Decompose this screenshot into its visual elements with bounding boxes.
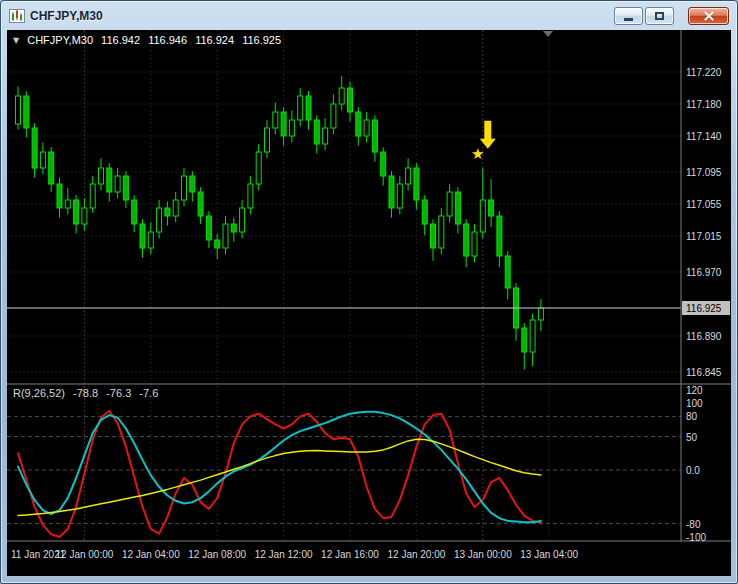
candle-body xyxy=(231,224,236,232)
indicator-value-1: -78.8 xyxy=(73,387,98,399)
candle-body xyxy=(215,240,220,248)
candle-body xyxy=(256,152,261,184)
candle-body xyxy=(306,96,311,120)
chart-window: CHFJPY,M30 ★117.220117.180117.140117.095… xyxy=(0,0,738,584)
ohlc-close: 116.925 xyxy=(242,34,281,46)
candle-body xyxy=(348,88,353,112)
time-axis[interactable]: 11 Jan 202112 Jan 00:0012 Jan 04:0012 Ja… xyxy=(11,549,579,560)
indicator-name: R(9,26,52) xyxy=(13,387,65,399)
candle-body xyxy=(439,216,444,248)
candle-body xyxy=(422,200,427,224)
minimize-button[interactable] xyxy=(614,7,643,25)
chart-client-area[interactable]: ★117.220117.180117.140117.095117.055117.… xyxy=(7,30,731,576)
price-axis-label: 116.925 xyxy=(686,303,722,314)
candle-body xyxy=(538,308,543,320)
price-axis-label: 116.890 xyxy=(686,331,722,342)
candle-body xyxy=(173,200,178,216)
maximize-button[interactable] xyxy=(645,7,674,25)
time-axis-label: 13 Jan 00:00 xyxy=(454,549,512,560)
ohlc-high: 116.946 xyxy=(148,34,187,46)
indicator-axis-label: -100 xyxy=(686,532,706,543)
candle-body xyxy=(389,176,394,208)
indicator-value-3: -7.6 xyxy=(139,387,158,399)
time-axis-label: 12 Jan 00:00 xyxy=(55,549,113,560)
time-axis-label: 12 Jan 16:00 xyxy=(321,549,379,560)
indicator-label: R(9,26,52) -78.8 -76.3 -7.6 xyxy=(13,387,163,399)
candle-body xyxy=(505,256,510,288)
candle-body xyxy=(32,128,37,168)
candle-body xyxy=(90,184,95,208)
candle-body xyxy=(198,192,203,216)
candle-body xyxy=(107,168,112,192)
candle-body xyxy=(289,120,294,136)
indicator-axis-label: -80 xyxy=(686,519,701,530)
price-axis-label: 117.140 xyxy=(686,131,722,142)
indicator-axis-label: 50 xyxy=(686,432,698,443)
price-axis-label: 116.970 xyxy=(686,267,722,278)
time-axis-label: 12 Jan 12:00 xyxy=(255,549,313,560)
candle-body xyxy=(123,176,128,200)
chart-symbol-period: CHFJPY,M30 xyxy=(27,34,93,46)
chart-shift-marker-icon xyxy=(543,31,553,37)
candle-body xyxy=(323,128,328,144)
candle-body xyxy=(273,112,278,128)
candle-body xyxy=(148,232,153,248)
candle-body xyxy=(472,232,477,256)
price-axis[interactable]: 117.220117.180117.140117.095117.055117.0… xyxy=(682,67,730,543)
close-icon xyxy=(703,10,715,22)
price-axis-label: 117.055 xyxy=(686,199,722,210)
indicator-lines xyxy=(18,411,541,537)
candle-body xyxy=(381,152,386,176)
window-icon xyxy=(9,9,25,23)
candle-body xyxy=(40,152,45,168)
window-title: CHFJPY,M30 xyxy=(30,9,103,23)
candle-body xyxy=(414,168,419,200)
candle-body xyxy=(265,128,270,152)
candle-body xyxy=(298,96,303,120)
candle-body xyxy=(190,176,195,192)
candle-body xyxy=(115,176,120,192)
candle-body xyxy=(281,112,286,136)
chart-svg[interactable]: ★117.220117.180117.140117.095117.055117.… xyxy=(7,30,731,576)
indicator-axis-label: 80 xyxy=(686,411,698,422)
indicator-axis-label: 120 xyxy=(686,385,703,396)
chart-ohlc-header: ▼ CHFJPY,M30 116.942 116.946 116.924 116… xyxy=(13,34,286,46)
candle-body xyxy=(24,96,29,128)
minimize-icon xyxy=(624,18,633,21)
candle-body xyxy=(406,168,411,184)
candle-body xyxy=(182,176,187,200)
candle-body xyxy=(364,120,369,136)
candle-body xyxy=(82,208,87,224)
candle-body xyxy=(157,208,162,232)
maximize-icon xyxy=(655,12,664,20)
close-button[interactable] xyxy=(688,7,729,25)
price-axis-label: 117.095 xyxy=(686,167,722,178)
candle-body xyxy=(99,168,104,184)
candle-body xyxy=(497,216,502,256)
indicator-value-2: -76.3 xyxy=(106,387,131,399)
titlebar[interactable]: CHFJPY,M30 xyxy=(3,3,735,29)
candle-body xyxy=(480,200,485,232)
time-axis-label: 12 Jan 04:00 xyxy=(122,549,180,560)
candle-body xyxy=(165,208,170,216)
candle-body xyxy=(49,152,54,184)
symbol-dropdown-icon[interactable]: ▼ xyxy=(13,36,19,45)
candle-body xyxy=(16,96,21,124)
candle-body xyxy=(140,224,145,248)
candle-body xyxy=(240,208,245,232)
price-axis-label: 116.845 xyxy=(686,367,722,378)
candle-body xyxy=(397,184,402,208)
candle-body xyxy=(132,200,137,224)
time-axis-label: 12 Jan 08:00 xyxy=(188,549,246,560)
price-axis-label: 117.180 xyxy=(686,99,722,110)
ohlc-open: 116.942 xyxy=(101,34,140,46)
indicator-axis-label: 0.0 xyxy=(686,465,700,476)
window-controls xyxy=(612,7,729,25)
candle-body xyxy=(74,200,79,224)
candle-body xyxy=(339,88,344,104)
candle-body xyxy=(431,224,436,248)
candle-body xyxy=(522,328,527,352)
candle-body xyxy=(447,192,452,216)
candle-body xyxy=(206,216,211,240)
candle-body xyxy=(57,184,62,208)
